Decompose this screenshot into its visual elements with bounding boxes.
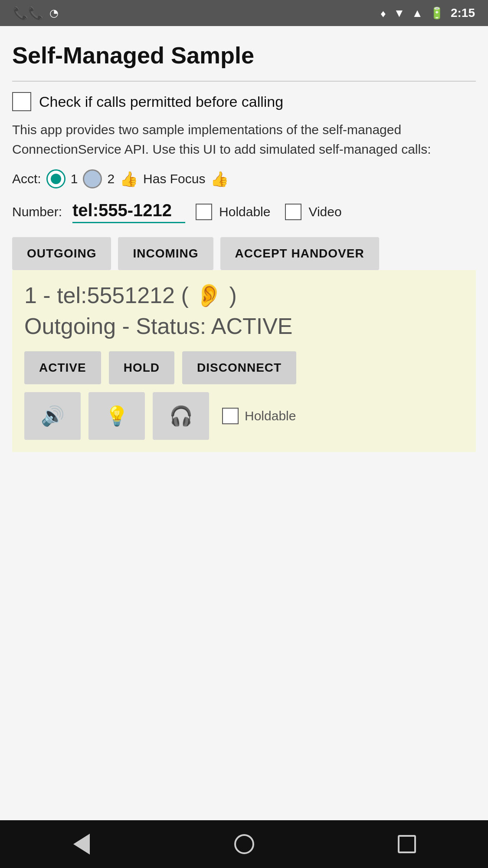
acct1-radio[interactable]	[46, 169, 66, 188]
description-text: This app provides two sample implementat…	[12, 120, 476, 159]
call-number: 1 - tel:5551212 ( 👂 )	[24, 282, 464, 309]
number-row: Number: Holdable Video	[12, 201, 476, 223]
has-focus-label: Has Focus	[143, 172, 205, 186]
thumb-icon-1: 👍	[120, 170, 138, 188]
home-icon	[234, 834, 254, 854]
headphones-button[interactable]: 🎧	[153, 392, 209, 440]
holdable-inline: Holdable	[222, 408, 296, 424]
active-button[interactable]: ACTIVE	[24, 351, 101, 384]
speaker-button[interactable]: 🔊	[24, 392, 81, 440]
back-icon	[73, 834, 90, 855]
status-bar: 📞📞 ◔ ⬧ ▼ ▲ 🔋 2:15	[0, 0, 488, 26]
main-content: Self-Managed Sample Check if calls permi…	[0, 26, 488, 820]
holdable-inline-checkbox[interactable]	[222, 408, 239, 424]
accept-handover-button[interactable]: ACCEPT HANDOVER	[220, 237, 379, 270]
thumb-icon-2: 👍	[210, 170, 229, 188]
holdable-row: Holdable Video	[196, 204, 342, 220]
back-nav-button[interactable]	[64, 827, 99, 861]
call-panel: 1 - tel:5551212 ( 👂 ) Outgoing - Status:…	[12, 270, 476, 452]
number-input-wrap	[72, 201, 185, 223]
status-time: 2:15	[451, 6, 475, 20]
acct-label: Acct:	[12, 172, 41, 186]
holdable-checkbox[interactable]	[196, 204, 212, 220]
call-controls: ACTIVE HOLD DISCONNECT	[24, 351, 464, 384]
checkbox-row: Check if calls permitted before calling	[12, 92, 476, 111]
sync-icon: ◔	[49, 7, 59, 19]
icon-buttons: 🔊 💡 🎧 Holdable	[24, 392, 464, 440]
call-status: Outgoing - Status: ACTIVE	[24, 313, 464, 339]
recents-icon	[398, 835, 416, 853]
speaker-icon: 🔊	[41, 405, 65, 427]
app-title: Self-Managed Sample	[12, 42, 476, 69]
disconnect-button[interactable]: DISCONNECT	[182, 351, 296, 384]
signal-icon: ▲	[412, 7, 423, 20]
nav-bar	[0, 820, 488, 868]
battery-icon: 🔋	[430, 7, 444, 20]
headphones-icon: 🎧	[169, 405, 193, 427]
voicemail-icon: 📞📞	[13, 6, 43, 20]
acct2-num: 2	[107, 172, 115, 186]
number-input[interactable]	[72, 201, 185, 223]
status-bar-left: 📞📞 ◔	[13, 6, 59, 20]
divider	[12, 81, 476, 82]
bulb-button[interactable]: 💡	[88, 392, 145, 440]
holdable-label: Holdable	[219, 205, 270, 219]
outgoing-button[interactable]: OUTGOING	[12, 237, 111, 270]
home-nav-button[interactable]	[227, 827, 262, 861]
video-checkbox[interactable]	[285, 204, 301, 220]
acct2-radio[interactable]	[83, 169, 102, 188]
action-buttons: OUTGOING INCOMING ACCEPT HANDOVER	[12, 237, 476, 270]
calls-permitted-checkbox[interactable]	[12, 92, 31, 111]
incoming-button[interactable]: INCOMING	[118, 237, 213, 270]
wifi-icon: ▼	[393, 7, 405, 20]
hold-button[interactable]: HOLD	[109, 351, 174, 384]
status-bar-right: ⬧ ▼ ▲ 🔋 2:15	[380, 6, 475, 20]
holdable-inline-label: Holdable	[245, 409, 296, 423]
calls-permitted-label: Check if calls permitted before calling	[39, 93, 283, 110]
number-label: Number:	[12, 205, 62, 219]
bluetooth-icon: ⬧	[380, 7, 386, 20]
acct1-num: 1	[71, 172, 78, 186]
bulb-icon: 💡	[105, 405, 129, 427]
acct-row: Acct: 1 2 👍 Has Focus 👍	[12, 169, 476, 188]
video-label: Video	[308, 205, 341, 219]
recents-nav-button[interactable]	[390, 827, 424, 861]
